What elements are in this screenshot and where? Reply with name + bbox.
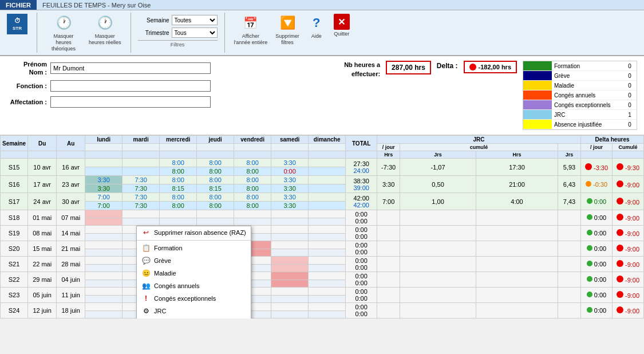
ctx-greve[interactable]: 💬 Grève xyxy=(137,254,251,267)
cell-mercredi-a: 8:00 xyxy=(160,167,197,176)
masquer-group: 🕐 Masquer heures théoriques 🕐 Masquer he… xyxy=(44,13,124,53)
cell-dimanche-p xyxy=(309,226,346,234)
table-row: S22 29 mai 04 juin 0:000:00 0:00 xyxy=(1,272,644,280)
th-hrs2: Hrs xyxy=(476,151,558,159)
cell-jrc-jour-jrs xyxy=(400,272,476,288)
title-bar: FICHIER FEUILLES DE TEMPS - Mery sur Ois… xyxy=(0,0,644,10)
ctx-supprimer-absence[interactable]: ↩ Supprimer raison absence (RAZ) xyxy=(137,226,251,239)
cell-vendredi-a xyxy=(234,218,271,226)
cell-vendredi-a: 8:00 xyxy=(234,184,271,193)
table-row: S24 12 juin 18 juin 0:000:00 0:00 xyxy=(1,303,644,311)
th-jrc-sub xyxy=(558,144,581,151)
cell-delta-cumule: -9:30 xyxy=(613,159,644,176)
ribbon-sep-1 xyxy=(37,13,37,53)
cell-jrc-jour-jrs xyxy=(400,241,476,257)
filter-icon: 🔽 xyxy=(278,14,297,32)
table-row: S19 08 mai 14 mai 0:000:00 0:00 xyxy=(1,226,644,234)
cell-jrc-cum-hrs xyxy=(476,272,558,288)
ctx-formation[interactable]: 📋 Formation xyxy=(137,242,251,254)
cell-dimanche-a xyxy=(309,233,346,241)
cell-dimanche-p xyxy=(309,288,346,296)
cell-vendredi-p: 8:00 xyxy=(234,159,271,167)
cell-mardi-p xyxy=(123,159,160,167)
cell-du: 10 avr xyxy=(28,159,57,176)
th-jrc: JRC xyxy=(377,136,581,144)
greve-name: Grève xyxy=(552,73,625,79)
nom-input[interactable] xyxy=(50,62,211,74)
th-mercredi-sub xyxy=(160,144,197,151)
conges-annuels-color xyxy=(523,91,552,100)
cell-jrc-jour-jrs xyxy=(400,288,476,303)
cell-delta-jour: 0:00 xyxy=(581,257,613,272)
masquer-heures-btn[interactable]: 🕐 Masquer heures théoriques xyxy=(44,13,83,53)
greve-color xyxy=(523,71,552,80)
th-empty3 xyxy=(57,151,85,159)
cell-jeudi-p: 8:00 xyxy=(197,176,234,184)
greve-icon: 💬 xyxy=(141,257,151,265)
cell-vendredi-p: 8:00 xyxy=(234,176,271,184)
cell-vendredi-a: 8:00 xyxy=(234,202,271,210)
ctx-absence[interactable]: ✂ Absence injustifiée xyxy=(137,317,251,318)
dot-cumule xyxy=(617,245,623,251)
cell-dimanche-a xyxy=(309,310,346,318)
supprimer-btn[interactable]: 🔽 Supprimer filtres xyxy=(273,13,302,47)
cell-lundi-p xyxy=(85,303,123,311)
cell-vendredi-p xyxy=(234,210,271,218)
th-empty11 xyxy=(346,151,377,159)
th-lundi-sub xyxy=(85,144,123,151)
cell-delta-jour: -3:30 xyxy=(581,159,613,176)
cell-samedi-a: 3:30 xyxy=(271,184,309,193)
table-row: S23 05 juin 11 juin 0:000:00 0:00 xyxy=(1,288,644,296)
semaine-label: Semaine xyxy=(138,17,169,23)
ctx-conges-annuels[interactable]: 👥 Congés annuels xyxy=(137,280,251,292)
cell-jrc-jour-jrs: 0,50 xyxy=(400,176,476,193)
afficher-btn[interactable]: 📅 Afficher l'année entière xyxy=(232,13,270,47)
th-hrs1: Hrs xyxy=(377,151,400,159)
cell-jrc-jour-hrs: -7:30 xyxy=(377,159,400,176)
ctx-maladie[interactable]: 😐 Maladie xyxy=(137,267,251,280)
fonction-label: Fonction : xyxy=(7,82,47,89)
cell-jrc-cum-hrs: 4:00 xyxy=(476,193,558,210)
ctx-jrc[interactable]: ⚙ JRC xyxy=(137,305,251,317)
cell-jrc-jour-hrs xyxy=(377,303,400,318)
delta-dot xyxy=(469,64,476,70)
conges-except-color xyxy=(523,100,552,109)
trimestre-filter-row: Trimestre Tous xyxy=(138,27,218,38)
ctx-conges-annuels-label: Congés annuels xyxy=(154,282,200,289)
cell-samedi-a xyxy=(271,218,309,226)
cell-jrc-jour-hrs: 7:00 xyxy=(377,193,400,210)
cell-mardi-p: 7:30 xyxy=(123,176,160,184)
th-jrs2: Jrs xyxy=(558,151,581,159)
cell-jrc-cum-jrs: 6,43 xyxy=(558,176,581,193)
semaine-select[interactable]: Toutes xyxy=(172,15,218,25)
cell-delta-cumule: -9:00 xyxy=(613,288,644,303)
masquer-reelles-btn[interactable]: 🕐 Masquer heures réelles xyxy=(86,13,124,47)
affectation-input[interactable] xyxy=(50,96,211,108)
fonction-input[interactable] xyxy=(50,80,211,92)
ctx-conges-except[interactable]: ! Congés exceptionnels xyxy=(137,292,251,305)
aide-btn[interactable]: ? Aide xyxy=(305,13,328,41)
clock2-icon: 🕐 xyxy=(96,14,114,32)
th-lundi: lundi xyxy=(85,136,123,144)
cell-semaine: S15 xyxy=(1,159,28,176)
delta-value: -182,00 hrs xyxy=(464,61,517,73)
dot-jour xyxy=(587,276,592,282)
trimestre-select[interactable]: Tous xyxy=(172,27,218,38)
affectation-row: Affectation : xyxy=(7,96,338,108)
cell-lundi-a xyxy=(85,310,123,318)
legend-greve: Grève 0 xyxy=(523,71,637,81)
cell-dimanche-p xyxy=(309,303,346,311)
cell-lundi-p xyxy=(85,241,123,249)
quitter-btn[interactable]: ✕ Quitter xyxy=(331,13,352,38)
cell-dimanche-a xyxy=(309,249,346,257)
prenom-label: Prénom xyxy=(7,61,47,68)
cell-mardi-a: 7:30 xyxy=(123,202,160,210)
cell-samedi-p: 3:30 xyxy=(271,176,309,184)
cell-total: 0:000:00 xyxy=(346,272,377,288)
th-samedi: samedi xyxy=(271,136,309,144)
cell-samedi-a xyxy=(271,310,309,318)
cell-dimanche-a xyxy=(309,280,346,288)
trimestre-label: Trimestre xyxy=(138,30,169,36)
fichier-button[interactable]: FICHIER xyxy=(0,0,37,10)
filtres-label: Filtres xyxy=(138,40,218,48)
